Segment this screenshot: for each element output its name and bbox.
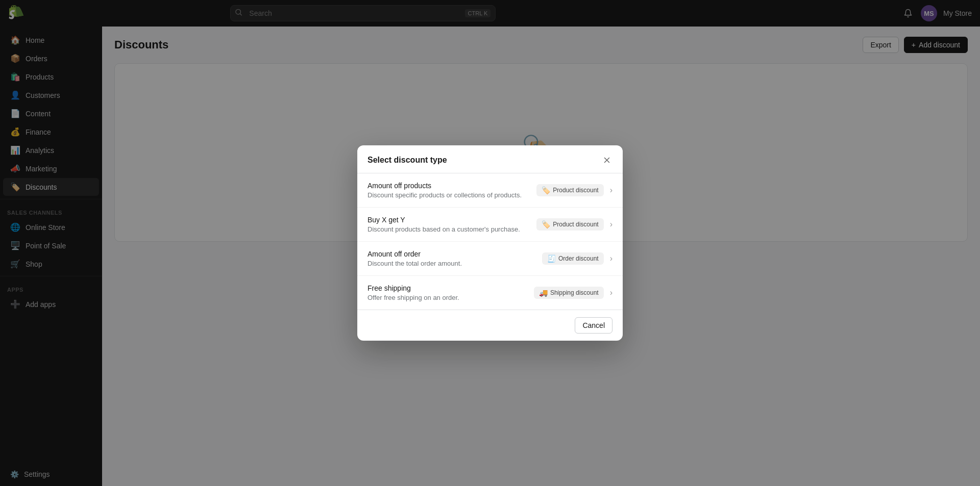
shipping-badge-icon: 🚚: [539, 289, 548, 297]
chevron-right-icon-2: ›: [610, 220, 612, 229]
modal-header: Select discount type: [357, 145, 623, 173]
discount-option-title: Amount off products: [368, 182, 536, 190]
discount-badge-shipping: 🚚 Shipping discount: [534, 287, 604, 299]
discount-badge-order: 🧾 Order discount: [542, 252, 604, 265]
product-badge-icon-2: 🏷️: [542, 220, 550, 228]
discount-option-desc: Discount specific products or collection…: [368, 191, 536, 199]
discount-badge-product: 🏷️ Product discount: [536, 184, 603, 196]
discount-option-amount-off-products[interactable]: Amount off products Discount specific pr…: [357, 173, 623, 208]
discount-option-free-shipping[interactable]: Free shipping Offer free shipping on an …: [357, 276, 623, 310]
modal-close-button[interactable]: [601, 155, 612, 166]
discount-option-amount-off-order[interactable]: Amount off order Discount the total orde…: [357, 242, 623, 276]
discount-option-title: Buy X get Y: [368, 216, 536, 224]
chevron-right-icon-3: ›: [610, 254, 612, 263]
discount-option-desc: Discount products based on a customer's …: [368, 225, 536, 233]
chevron-right-icon: ›: [610, 186, 612, 195]
discount-option-title: Free shipping: [368, 284, 534, 292]
discount-option-desc: Discount the total order amount.: [368, 260, 542, 267]
order-badge-icon: 🧾: [547, 254, 556, 263]
cancel-button[interactable]: Cancel: [575, 317, 612, 334]
discount-option-title: Amount off order: [368, 250, 542, 258]
select-discount-type-modal: Select discount type Amount off products…: [357, 145, 623, 341]
discount-badge-product-2: 🏷️ Product discount: [536, 218, 603, 231]
modal-title: Select discount type: [368, 156, 447, 165]
discount-option-buy-x-get-y[interactable]: Buy X get Y Discount products based on a…: [357, 208, 623, 242]
product-badge-icon: 🏷️: [542, 186, 550, 194]
chevron-right-icon-4: ›: [610, 288, 612, 297]
discount-option-desc: Offer free shipping on an order.: [368, 294, 534, 301]
modal-body: Amount off products Discount specific pr…: [357, 173, 623, 310]
modal-overlay[interactable]: Select discount type Amount off products…: [0, 0, 980, 486]
modal-footer: Cancel: [357, 310, 623, 341]
